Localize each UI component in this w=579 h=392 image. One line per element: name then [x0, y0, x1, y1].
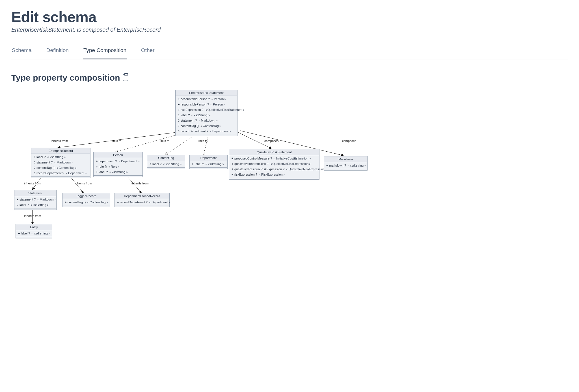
edge-label-inherits: inherits from	[75, 182, 92, 185]
property-row: +qualitativeInherentRisk ? ＜QualitativeR…	[229, 161, 319, 167]
property-row: ◊contentTag {} ＜ContentTag＞	[176, 123, 237, 129]
class-body: +proposedControlMeasure ? ＜InitiativeCos…	[229, 155, 319, 178]
class-box-statement[interactable]: Statement +statement ? ＜Markdown＞◊label …	[14, 190, 57, 210]
tab-other[interactable]: Other	[141, 44, 155, 59]
class-box-entity[interactable]: Entity +label ? ＜xsd∶string＞	[16, 224, 52, 238]
class-box-tagged-record[interactable]: TaggedRecord +contentTag {} ＜ContentTag＞	[62, 193, 110, 207]
class-body: +contentTag {} ＜ContentTag＞	[62, 199, 110, 206]
property-row: +responsiblePerson ? ＜Person＞	[176, 102, 237, 107]
property-row: +riskExpression ? ＜QualitativeRiskStatem…	[176, 107, 237, 113]
class-title: DepartmentOwnedRecord	[115, 193, 169, 199]
edge-label-links: links to	[112, 139, 121, 143]
type-composition-diagram: inherits from links to links to links to…	[11, 88, 368, 247]
class-title: EnterpriseRecord	[31, 148, 90, 154]
property-row: +markdown ? ＜xsd∶string＞	[324, 163, 367, 168]
section-title-text: Type property composition	[11, 73, 120, 83]
property-row: +statement ? ＜Markdown＞	[14, 197, 56, 202]
edge-label-inherits: inherits from	[51, 139, 68, 143]
class-box-department-owned-record[interactable]: DepartmentOwnedRecord +recordDepartment …	[114, 193, 170, 207]
property-row: +proposedControlMeasure ? ＜InitiativeCos…	[229, 156, 319, 161]
property-row: +department ? ＜Department＞	[94, 159, 142, 164]
class-body: +label ? ＜xsd∶string＞	[16, 230, 52, 237]
class-title: Entity	[16, 224, 52, 230]
class-body: +department ? ＜Department＞+role {} ＜Role…	[94, 158, 142, 176]
class-title: QualitativeRiskStatement	[229, 149, 319, 155]
page-subtitle: EnterpriseRiskStatement, is composed of …	[11, 27, 568, 33]
property-row: +contentTag {} ＜ContentTag＞	[62, 200, 110, 205]
class-body: +markdown ? ＜xsd∶string＞	[324, 162, 367, 169]
edge-label-inherits: inherits from	[24, 214, 41, 217]
property-row: ◊recordDepartment ? ＜Department＞	[31, 171, 90, 176]
page-title: Edit schema	[11, 8, 568, 25]
class-title: ContentTag	[147, 155, 185, 161]
property-row: ◊label ? ＜xsd∶string＞	[176, 113, 237, 118]
section-heading: Type property composition	[11, 73, 568, 83]
tab-definition[interactable]: Definition	[46, 44, 69, 59]
clipboard-icon[interactable]	[123, 74, 128, 81]
class-title: Statement	[14, 190, 56, 196]
edge-label-composes: composes	[264, 139, 278, 143]
property-row: ◊label ? ＜xsd∶string＞	[14, 202, 56, 208]
class-box-department[interactable]: Department ◊label ? ＜xsd∶string＞	[189, 155, 228, 169]
class-box-qualitative-risk-statement[interactable]: QualitativeRiskStatement +proposedContro…	[229, 149, 319, 180]
property-row: ◊statement ? ＜Markdown＞	[176, 118, 237, 123]
class-title: TaggedRecord	[62, 193, 110, 199]
edge-label-links: links to	[198, 139, 208, 143]
property-row: ◊label ? ＜xsd∶string＞	[147, 161, 185, 167]
property-row: +role {} ＜Role＞	[94, 164, 142, 169]
property-row: ◊contentTag {} ＜ContentTag＞	[31, 165, 90, 171]
tab-type-composition[interactable]: Type Composition	[83, 44, 127, 59]
class-title: Markdown	[324, 156, 367, 162]
tab-schema[interactable]: Schema	[11, 44, 32, 59]
class-title: EnterpriseRiskStatement	[176, 90, 237, 96]
class-body: +statement ? ＜Markdown＞◊label ? ＜xsd∶str…	[14, 196, 56, 208]
property-row: ◊label ? ＜xsd∶string＞	[31, 154, 90, 160]
property-row: ◊label ? ＜xsd∶string＞	[190, 161, 227, 167]
class-box-content-tag[interactable]: ContentTag ◊label ? ＜xsd∶string＞	[147, 155, 185, 169]
property-row: +accountablePerson ? ＜Person＞	[176, 96, 237, 102]
class-title: Department	[190, 155, 227, 161]
class-body: ◊label ? ＜xsd∶string＞	[190, 161, 227, 168]
property-row: ◊recordDepartment ? ＜Department＞	[176, 129, 237, 134]
property-row: ◊statement ? ＜Markdown＞	[31, 160, 90, 165]
edge-label-links: links to	[160, 139, 169, 143]
class-title: Person	[94, 152, 142, 158]
class-body: ◊label ? ＜xsd∶string＞◊statement ? ＜Markd…	[31, 154, 90, 177]
class-box-enterprise-record[interactable]: EnterpriseRecord ◊label ? ＜xsd∶string＞◊s…	[31, 148, 90, 178]
edge-label-composes: composes	[342, 139, 356, 143]
edge-label-inherits: inherits from	[131, 182, 149, 185]
property-row: +label ? ＜xsd∶string＞	[16, 231, 52, 236]
property-row: +riskExpression ? ＜RiskExpression＞	[229, 172, 319, 177]
class-body: ◊label ? ＜xsd∶string＞	[147, 161, 185, 168]
property-row: ◊label ? ＜xsd∶string＞	[94, 169, 142, 175]
class-body: +recordDepartment ? ＜Department＞	[115, 199, 169, 206]
class-body: +accountablePerson ? ＜Person＞+responsibl…	[176, 96, 237, 135]
edge-label-inherits: inherits from	[24, 182, 41, 185]
property-row: +qualitativeResidualRiskExpression ? ＜Qu…	[229, 167, 319, 172]
class-box-enterprise-risk-statement[interactable]: EnterpriseRiskStatement +accountablePers…	[175, 90, 237, 136]
class-box-person[interactable]: Person +department ? ＜Department＞+role {…	[93, 152, 143, 177]
property-row: +recordDepartment ? ＜Department＞	[115, 200, 169, 205]
tabs: Schema Definition Type Composition Other	[11, 44, 568, 59]
class-box-markdown[interactable]: Markdown +markdown ? ＜xsd∶string＞	[324, 156, 368, 171]
